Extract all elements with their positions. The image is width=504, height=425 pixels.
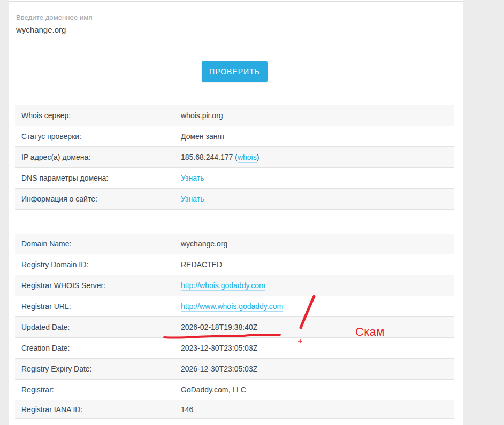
row-value-text: 185.68.244.177 (: [181, 153, 238, 161]
domain-input[interactable]: [16, 24, 454, 38]
table-row: Domain Name:wychange.org: [15, 234, 454, 254]
table-row: Registrar:GoDaddy.com, LLC: [15, 380, 454, 400]
row-label: IP адрес(а) домена:: [15, 153, 181, 161]
row-value: 2023-12-30T23:05:03Z: [181, 344, 454, 352]
table-row: Статус проверки:Домен занят: [15, 126, 454, 147]
whois-details-table: Domain Name:wychange.orgRegistry Domain …: [15, 234, 454, 419]
row-value: http://whois.godaddy.com: [181, 281, 454, 290]
table-row: Registrar WHOIS Server:http://whois.goda…: [15, 275, 454, 296]
scam-annotation-text: Скам: [355, 325, 385, 339]
row-value-text: REDACTED: [181, 260, 222, 269]
check-button[interactable]: ПРОВЕРИТЬ: [202, 61, 268, 82]
table-row: Информация о сайте:Узнать: [15, 189, 454, 210]
row-label: Registry Domain ID:: [15, 260, 181, 269]
row-value-link[interactable]: http://www.whois.godaddy.com: [181, 302, 283, 312]
row-value: 2026-02-18T19:38:40Z: [181, 323, 454, 331]
row-value-link[interactable]: Узнать: [181, 174, 204, 183]
table-row: DNS параметры домена:Узнать: [15, 168, 454, 189]
row-value: REDACTED: [181, 260, 454, 269]
row-label: Registrar IANA ID:: [15, 405, 181, 414]
row-value: 146: [181, 405, 454, 414]
row-label: Статус проверки:: [15, 132, 181, 141]
table-row: Updated Date:2026-02-18T19:38:40Z: [15, 317, 454, 338]
row-label: Whois сервер:: [15, 111, 181, 120]
row-label: Registrar WHOIS Server:: [15, 281, 181, 290]
row-value-text: 2026-12-30T23:05:03Z: [181, 365, 257, 373]
table-row: Registry Domain ID:REDACTED: [15, 254, 454, 275]
row-value: http://www.whois.godaddy.com: [181, 302, 454, 311]
table-row: Registrar URL:http://www.whois.godaddy.c…: [15, 296, 454, 317]
row-label: DNS параметры домена:: [15, 174, 181, 182]
row-label: Updated Date:: [15, 323, 181, 331]
row-value: Домен занят: [181, 132, 454, 141]
row-value-link[interactable]: Узнать: [181, 195, 204, 204]
row-label: Registry Expiry Date:: [15, 365, 181, 373]
row-value: Узнать: [181, 195, 454, 203]
row-value-text: GoDaddy.com, LLC: [181, 385, 246, 394]
row-value-text: 2023-12-30T23:05:03Z: [181, 344, 257, 352]
table-row: Registry Expiry Date:2026-12-30T23:05:03…: [15, 359, 454, 380]
table-row: Creation Date:2023-12-30T23:05:03Z: [15, 338, 454, 359]
row-value-link[interactable]: http://whois.godaddy.com: [181, 281, 265, 291]
row-value-text: ): [257, 153, 259, 161]
table-row: Registrar IANA ID:146: [15, 400, 454, 419]
row-value: whois.pir.org: [181, 111, 454, 120]
row-value: wychange.org: [181, 239, 454, 248]
content-card: Введите доменное имя ПРОВЕРИТЬ Whois сер…: [9, 0, 463, 425]
row-label: Информация о сайте:: [15, 195, 181, 203]
row-value: Узнать: [181, 174, 454, 182]
row-value-text: 146: [181, 405, 193, 414]
row-value-text: whois.pir.org: [181, 111, 223, 120]
row-value-link[interactable]: whois: [238, 153, 257, 163]
whois-summary-table: Whois сервер:whois.pir.orgСтатус проверк…: [15, 105, 454, 210]
row-label: Creation Date:: [15, 344, 181, 352]
table-row: Whois сервер:whois.pir.org: [15, 105, 454, 126]
row-label: Registrar:: [15, 385, 181, 394]
row-value: 2026-12-30T23:05:03Z: [181, 365, 454, 373]
row-value-text: 2026-02-18T19:38:40Z: [181, 323, 257, 331]
row-label: Registrar URL:: [15, 302, 181, 311]
row-label: Domain Name:: [15, 239, 181, 248]
card-top-divider: [9, 1, 463, 2]
row-value: GoDaddy.com, LLC: [181, 385, 454, 394]
table-row: IP адрес(а) домена:185.68.244.177 (whois…: [15, 147, 454, 168]
row-value: 185.68.244.177 (whois): [181, 153, 454, 161]
domain-input-label: Введите доменное имя: [16, 13, 93, 21]
row-value-text: Домен занят: [181, 132, 225, 141]
row-value-text: wychange.org: [181, 239, 227, 248]
